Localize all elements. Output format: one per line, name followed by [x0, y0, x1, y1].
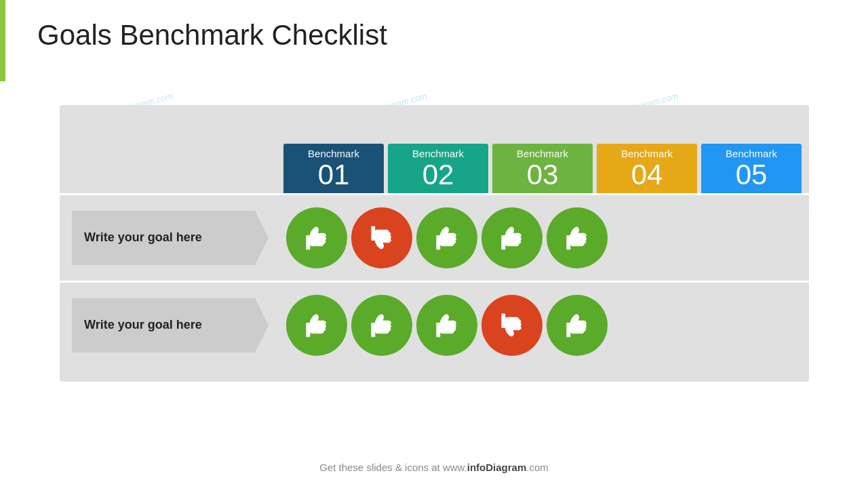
icons-row-1	[283, 207, 608, 268]
benchmark-col-5: Benchmark 05	[701, 144, 802, 193]
benchmark-col-4: Benchmark 04	[597, 144, 697, 193]
benchmark-label-4: Benchmark	[597, 148, 697, 159]
benchmark-number-4: 04	[597, 159, 697, 190]
goal-text-2: Write your goal here	[84, 317, 202, 333]
footer-brand: infoDiagram	[467, 462, 527, 473]
goal-text-1: Write your goal here	[84, 230, 202, 245]
left-accent-bar	[0, 0, 5, 81]
icon-row2-col2	[351, 295, 412, 356]
benchmark-box-4: Benchmark 04	[597, 144, 697, 193]
bottom-strip	[60, 368, 809, 382]
benchmark-number-5: 05	[701, 159, 802, 190]
goal-cell-2: Write your goal here	[60, 298, 283, 352]
benchmark-box-2: Benchmark 02	[388, 144, 488, 193]
icon-row1-col3	[416, 207, 477, 268]
thumbs-up-icon	[298, 220, 335, 256]
benchmark-label-1: Benchmark	[283, 148, 384, 159]
goal-arrow-1: Write your goal here	[72, 211, 269, 265]
footer: Get these slides & icons at www.infoDiag…	[0, 462, 868, 473]
data-row-2: Write your goal here	[60, 281, 809, 368]
benchmark-label-2: Benchmark	[388, 148, 488, 159]
thumbs-down-icon-2	[494, 307, 530, 344]
thumbs-up-icon-8	[559, 307, 595, 344]
goal-arrow-2: Write your goal here	[72, 298, 269, 352]
header-row: Benchmark 01 Benchmark 02 Benchmark 03 B…	[60, 105, 809, 193]
icon-row1-col4	[481, 207, 542, 268]
thumbs-up-icon-4	[559, 220, 595, 256]
icon-row2-col4	[481, 295, 542, 356]
thumbs-up-icon-2	[429, 220, 465, 256]
footer-prefix: Get these slides & icons at www.	[319, 462, 467, 473]
icon-row2-col3	[416, 295, 477, 356]
benchmark-number-2: 02	[388, 159, 488, 190]
benchmark-label-5: Benchmark	[701, 148, 802, 159]
icon-row1-col5	[547, 207, 608, 268]
benchmark-box-5: Benchmark 05	[701, 144, 802, 193]
data-row-1: Write your goal here	[60, 193, 809, 281]
benchmark-col-3: Benchmark 03	[492, 144, 593, 193]
benchmark-col-2: Benchmark 02	[388, 144, 488, 193]
page-title: Goals Benchmark Checklist	[37, 19, 387, 52]
footer-suffix: .com	[526, 462, 549, 473]
benchmark-col-1: Benchmark 01	[283, 144, 384, 193]
thumbs-up-icon-5	[298, 307, 335, 344]
benchmark-box-1: Benchmark 01	[283, 144, 384, 193]
goal-cell-1: Write your goal here	[60, 211, 283, 265]
main-table: Benchmark 01 Benchmark 02 Benchmark 03 B…	[60, 105, 809, 382]
icon-row1-col1	[286, 207, 347, 268]
benchmark-box-3: Benchmark 03	[492, 144, 593, 193]
thumbs-up-icon-7	[429, 307, 465, 344]
icon-row2-col1	[286, 295, 347, 356]
benchmark-number-3: 03	[492, 159, 593, 190]
thumbs-down-icon	[363, 220, 400, 256]
icon-row2-col5	[547, 295, 608, 356]
thumbs-up-icon-3	[494, 220, 530, 256]
benchmark-label-3: Benchmark	[492, 148, 593, 159]
thumbs-up-icon-6	[363, 307, 400, 344]
benchmark-number-1: 01	[283, 159, 384, 190]
icons-row-2	[283, 295, 608, 356]
icon-row1-col2	[351, 207, 412, 268]
